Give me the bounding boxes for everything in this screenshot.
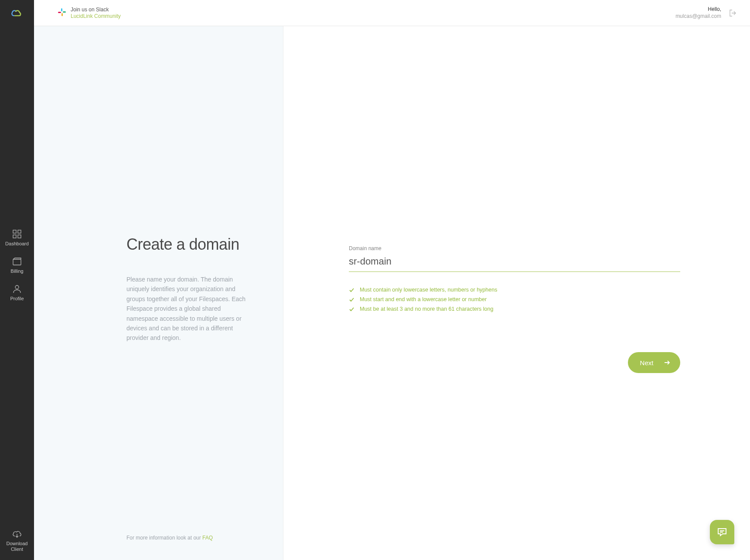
domain-name-input[interactable] [349,253,680,272]
domain-field-label: Domain name [349,245,680,251]
nav-label: Download Client [7,541,28,552]
arrow-right-icon [664,359,671,366]
header: Join us on Slack LucidLink Community Hel… [34,0,750,26]
user-email: mulcas@gmail.com [675,13,721,20]
rule-text: Must be at least 3 and no more than 61 c… [360,306,493,312]
page-title: Create a domain [126,235,253,254]
right-panel: Domain name Must contain only lowercase … [283,26,750,560]
svg-rect-8 [61,13,63,16]
next-button[interactable]: Next [628,352,680,373]
slack-block[interactable]: Join us on Slack LucidLink Community [58,7,121,19]
left-footer: For more information look at our FAQ [126,535,253,541]
validation-rules: Must contain only lowercase letters, num… [349,287,680,312]
user-icon [12,284,22,294]
user-greeting: Hello, [675,6,721,13]
svg-rect-9 [58,12,61,13]
nav-item-download-client[interactable]: Download Client [7,529,28,552]
rule-item: Must start and end with a lowercase lett… [349,296,680,302]
faq-link[interactable]: FAQ [202,535,213,541]
svg-rect-7 [63,11,66,13]
chat-icon [716,526,728,538]
page-description: Please name your domain. The domain uniq… [126,275,253,343]
slack-line-1: Join us on Slack [71,7,121,13]
left-panel: Create a domain Please name your domain.… [34,26,283,560]
wallet-icon [12,256,22,267]
nav-label: Billing [10,268,23,274]
svg-point-5 [15,285,19,289]
grid-icon [12,229,22,239]
check-icon [349,306,355,312]
svg-rect-6 [61,8,62,11]
svg-rect-4 [13,259,21,265]
svg-rect-1 [18,230,21,233]
svg-rect-3 [18,235,21,238]
rule-item: Must be at least 3 and no more than 61 c… [349,306,680,312]
footer-text: For more information look at our [126,535,202,541]
cloud-download-icon [12,529,22,539]
nav-label: Dashboard [5,241,29,247]
sidebar: Dashboard Billing Profile Download Clien… [0,0,34,560]
nav-item-profile[interactable]: Profile [10,284,24,302]
rule-text: Must contain only lowercase letters, num… [360,287,497,293]
rule-text: Must start and end with a lowercase lett… [360,296,487,302]
check-icon [349,297,355,302]
lucidlink-logo-icon [10,8,24,18]
rule-item: Must contain only lowercase letters, num… [349,287,680,293]
user-block: Hello, mulcas@gmail.com [675,6,737,20]
slack-community-link[interactable]: LucidLink Community [71,13,121,19]
next-button-label: Next [640,359,654,367]
nav-label: Profile [10,296,24,302]
svg-rect-0 [13,230,16,233]
logout-icon[interactable] [729,9,737,17]
nav-item-billing[interactable]: Billing [10,256,23,274]
nav-item-dashboard[interactable]: Dashboard [5,229,29,247]
logo[interactable] [0,0,34,26]
slack-icon [58,8,66,18]
svg-rect-2 [13,235,16,238]
main: Create a domain Please name your domain.… [34,26,750,560]
chat-button[interactable] [710,520,734,544]
check-icon [349,287,355,293]
